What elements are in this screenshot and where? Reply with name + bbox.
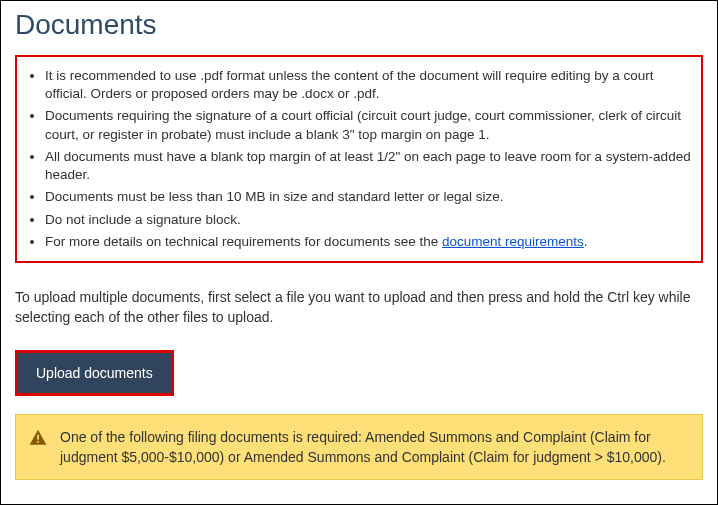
upload-button-highlight: Upload documents — [15, 350, 174, 396]
list-item: Documents must be less than 10 MB in siz… — [45, 188, 691, 206]
list-item: It is recommended to use .pdf format unl… — [45, 67, 691, 103]
warning-icon — [28, 428, 48, 448]
upload-documents-button[interactable]: Upload documents — [18, 353, 171, 393]
list-item: All documents must have a blank top marg… — [45, 148, 691, 184]
svg-rect-0 — [37, 434, 39, 439]
list-item: Documents requiring the signature of a c… — [45, 107, 691, 143]
requirements-list: It is recommended to use .pdf format unl… — [23, 67, 691, 251]
list-item: Do not include a signature block. — [45, 211, 691, 229]
page-title: Documents — [15, 9, 703, 41]
requirements-more-suffix: . — [584, 234, 588, 249]
multi-upload-instructions: To upload multiple documents, first sele… — [15, 287, 703, 328]
list-item: For more details on technical requiremen… — [45, 233, 691, 251]
document-requirements-link[interactable]: document requirements — [442, 234, 584, 249]
svg-rect-1 — [37, 440, 39, 442]
alert-text: One of the following filing documents is… — [60, 427, 686, 468]
requirements-box: It is recommended to use .pdf format unl… — [15, 55, 703, 263]
required-document-alert: One of the following filing documents is… — [15, 414, 703, 481]
requirements-more-prefix: For more details on technical requiremen… — [45, 234, 442, 249]
